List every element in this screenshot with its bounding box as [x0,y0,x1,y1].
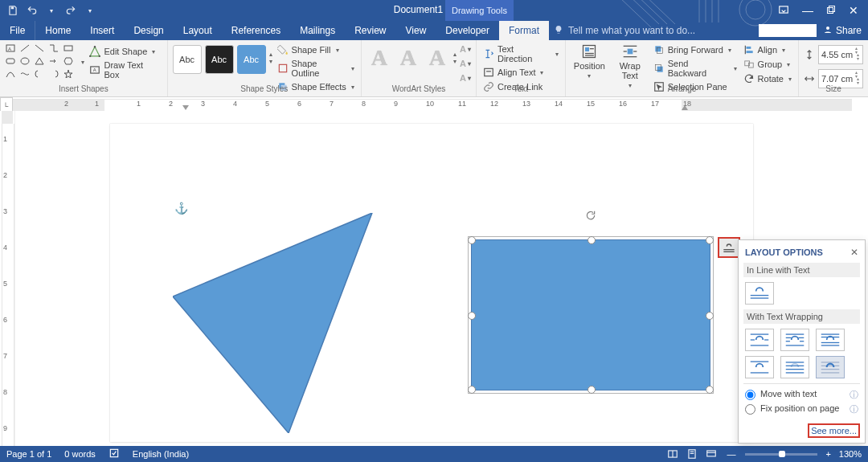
indent-marker-right[interactable] [682,105,688,110]
tab-home[interactable]: Home [35,21,80,40]
shape-outline-button[interactable]: Shape Outline [276,58,356,79]
shape-line-icon[interactable] [19,43,31,53]
wrap-square-option[interactable] [745,329,774,351]
wrap-infront-option[interactable] [816,356,845,378]
text-direction-button[interactable]: Text Direction [481,43,560,64]
view-web-icon[interactable] [706,448,717,460]
save-icon[interactable] [6,4,19,17]
shape-fill-button[interactable]: Shape Fill [276,43,356,56]
wordart-thumb-3[interactable]: A [424,45,450,71]
status-spellcheck-icon[interactable] [108,448,120,460]
shape-rrect-icon[interactable] [5,56,16,66]
tab-developer[interactable]: Developer [436,21,499,40]
status-page[interactable]: Page 1 of 1 [6,449,51,459]
shape-style-gallery[interactable]: Abc Abc Abc [173,42,266,74]
shape-brace-icon[interactable] [34,69,45,79]
close-icon[interactable]: ✕ [849,4,858,17]
style-thumb-1[interactable]: Abc [173,45,202,74]
indent-marker-left[interactable] [182,105,189,110]
shape-rect-icon[interactable] [63,43,74,53]
bring-forward-button[interactable]: Bring Forward [652,43,739,56]
handle-n[interactable] [588,236,596,244]
shape-rectangle-selected[interactable] [471,239,710,390]
minimize-icon[interactable]: ― [802,4,813,17]
shape-free-icon[interactable] [19,69,31,79]
shape-brace2-icon[interactable] [48,69,59,79]
style-thumb-3[interactable]: Abc [237,45,266,74]
move-with-text-radio[interactable]: Move with text ⓘ [745,389,858,401]
redo-icon[interactable] [64,4,77,17]
tab-selector-icon[interactable]: ˪ [0,97,13,112]
layout-options-button[interactable] [718,237,740,258]
wrap-tight-option[interactable] [780,329,809,351]
tab-review[interactable]: Review [345,21,395,40]
tab-design[interactable]: Design [124,21,173,40]
status-language[interactable]: English (India) [133,449,189,459]
shape-arrow-icon[interactable] [48,56,59,66]
wrap-inline-option[interactable] [745,282,774,305]
share-button[interactable]: Share [823,25,862,37]
shape-textbox-icon[interactable]: A [5,43,16,53]
shape-connector-icon[interactable] [48,43,59,53]
shape-curve-icon[interactable] [5,69,16,79]
status-words[interactable]: 0 words [64,449,96,459]
status-zoom[interactable]: 130% [839,449,862,459]
shape-line2-icon[interactable] [34,43,45,53]
rotate-handle[interactable] [585,210,596,221]
undo-dropdown-icon[interactable]: ▾ [45,4,58,17]
shape-circle-icon[interactable] [19,56,31,66]
handle-ne[interactable] [706,236,714,244]
tab-mailings[interactable]: Mailings [290,21,345,40]
info-icon-1[interactable]: ⓘ [850,389,858,401]
style-thumb-2[interactable]: Abc [205,45,234,74]
shape-star-icon[interactable] [63,69,74,79]
ribbon-options-icon[interactable] [778,4,789,18]
edit-shape-button[interactable]: Edit Shape [88,45,162,58]
view-read-icon[interactable] [667,448,678,460]
wordart-thumb-2[interactable]: A [395,45,421,71]
text-effects-button[interactable]: A [460,72,471,84]
zoom-slider[interactable] [745,453,817,456]
undo-icon[interactable] [26,4,39,17]
tab-layout[interactable]: Layout [174,21,222,40]
align-text-button[interactable]: Align Text [481,66,560,79]
tab-references[interactable]: References [222,21,290,40]
wordart-thumb-1[interactable]: A [366,45,392,71]
text-outline-button[interactable]: A [460,58,471,69]
draw-text-box-button[interactable]: A Draw Text Box [88,59,162,80]
height-input[interactable]: 4.55 cm ▴▾ [818,45,863,64]
send-backward-button[interactable]: Send Backward [652,58,739,79]
wrap-behind-option[interactable] [780,356,809,378]
tell-me-search[interactable]: Tell me what you want to do... [554,25,695,37]
handle-e[interactable] [706,312,714,320]
shapes-more-icon[interactable] [80,59,84,66]
tab-file[interactable]: File [0,21,35,40]
shape-hex-icon[interactable] [63,56,74,66]
position-button[interactable]: Position [571,42,608,81]
restore-icon[interactable] [826,4,836,17]
group-button[interactable]: Group [742,58,793,71]
see-more-link[interactable]: See more... [808,423,860,438]
close-flyout-button[interactable]: ✕ [850,247,858,258]
recording-box[interactable] [759,24,817,37]
qat-more-icon[interactable]: ▾ [84,4,96,17]
ruler-vertical[interactable]: 123456789 [0,111,15,446]
handle-sw[interactable] [468,386,476,394]
align-button[interactable]: Align [742,43,793,56]
fix-position-radio[interactable]: Fix position on page ⓘ [745,403,858,415]
handle-se[interactable] [706,386,714,394]
rotate-button[interactable]: Rotate [742,72,793,85]
tab-insert[interactable]: Insert [80,21,124,40]
shapes-gallery[interactable]: A [5,42,76,79]
wrap-text-button[interactable]: Wrap Text [612,42,649,91]
info-icon-2[interactable]: ⓘ [850,403,858,415]
view-print-icon[interactable] [686,448,698,460]
wrap-through-option[interactable] [816,329,845,351]
tab-format[interactable]: Format [499,21,549,40]
wrap-topbottom-option[interactable] [745,356,774,378]
handle-w[interactable] [468,312,476,320]
handle-nw[interactable] [468,236,476,244]
text-fill-button[interactable]: A [460,43,471,55]
tab-view[interactable]: View [396,21,436,40]
handle-s[interactable] [588,386,596,394]
